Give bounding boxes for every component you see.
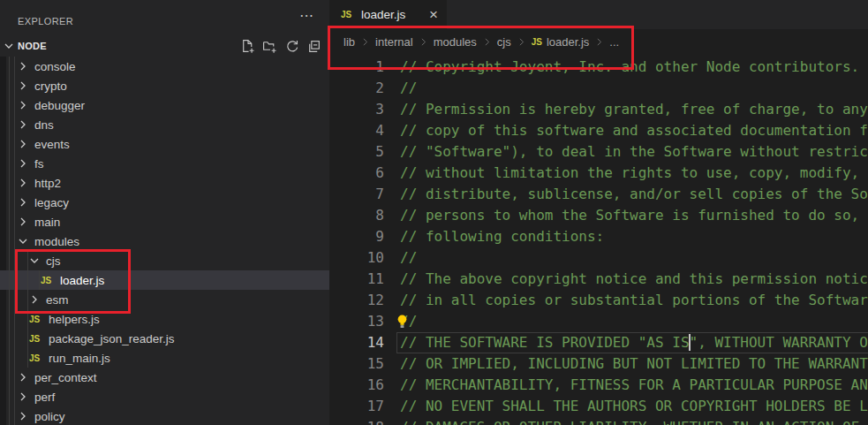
line-text: // without limitation the rights to use,… <box>400 163 868 184</box>
line-number: 5 <box>329 141 384 163</box>
code-editor[interactable]: 1 // Copyright Joyent, Inc. and other No… <box>329 57 868 425</box>
tree-item-debugger[interactable]: debugger <box>0 95 329 115</box>
chevron-right-icon <box>418 36 429 48</box>
line-number: 12 <box>329 290 384 311</box>
line-text: // The above copyright notice and this p… <box>400 269 868 290</box>
tree-item-main[interactable]: main <box>0 212 329 231</box>
tree-item-label: fs <box>34 157 44 171</box>
new-file-button[interactable] <box>240 38 256 54</box>
tree-item-helpers-js[interactable]: JS helpers.js <box>0 309 329 329</box>
chevron-right-icon <box>16 118 30 132</box>
tree-item-modules[interactable]: modules <box>0 231 329 251</box>
tree-item-crypto[interactable]: crypto <box>0 76 329 95</box>
tree-item-http2[interactable]: http2 <box>0 173 329 193</box>
tree-item-label: package_json_reader.js <box>49 332 175 345</box>
tree-item-legacy[interactable]: legacy <box>0 193 329 212</box>
chevron-right-icon <box>481 36 493 48</box>
chevron-right-icon <box>359 36 371 48</box>
explorer-sidebar: EXPLORER ⋯ NODE <box>0 0 329 425</box>
line-number: 2 <box>329 78 384 99</box>
line-text: // persons to whom the Software is furni… <box>400 205 868 226</box>
line-number: 17 <box>329 396 384 417</box>
line-text: // <box>400 78 417 99</box>
explorer-title: EXPLORER <box>18 16 73 27</box>
new-folder-button[interactable] <box>262 38 278 54</box>
indent-guide <box>9 57 10 425</box>
tree-item-console[interactable]: console <box>0 57 329 76</box>
chevron-right-icon <box>16 176 30 190</box>
tree-item-perf[interactable]: perf <box>0 387 329 406</box>
new-folder-icon <box>262 39 277 54</box>
explorer-header: EXPLORER ⋯ <box>0 0 329 35</box>
line-number: 4 <box>329 120 384 141</box>
tree-item-label: dns <box>34 118 54 132</box>
breadcrumb-item-loader-js[interactable]: loader.js <box>547 35 589 49</box>
breadcrumb: lib internal modules cjs JS loader.js ..… <box>329 29 868 55</box>
tree-item-dns[interactable]: dns <box>0 115 329 134</box>
tree-item-fs[interactable]: fs <box>0 154 329 173</box>
js-file-icon: JS <box>532 37 542 47</box>
line-text: // OR IMPLIED, INCLUDING BUT NOT LIMITED… <box>400 353 868 375</box>
tree-item-label: crypto <box>34 80 67 93</box>
breadcrumb-item-internal[interactable]: internal <box>375 35 413 49</box>
code-line: 15 // OR IMPLIED, INCLUDING BUT NOT LIMI… <box>329 353 868 375</box>
tree-item-label: esm <box>46 293 69 307</box>
tree-item-cjs[interactable]: cjs <box>0 251 329 270</box>
more-actions-icon[interactable]: ⋯ <box>299 9 313 23</box>
js-file-icon: JS <box>29 353 44 363</box>
breadcrumb-item-modules[interactable]: modules <box>434 35 477 49</box>
tree-item-esm[interactable]: esm <box>0 290 329 309</box>
chevron-right-icon <box>16 215 30 229</box>
chevron-right-icon <box>16 156 30 171</box>
chevron-right-icon <box>16 79 30 93</box>
breadcrumb-item-cjs[interactable]: cjs <box>497 35 511 49</box>
code-line: 13 // <box>329 311 868 332</box>
tab-label: loader.js <box>361 8 405 21</box>
section-header-node[interactable]: NODE <box>0 35 329 57</box>
breadcrumb-item-lib[interactable]: lib <box>343 35 355 49</box>
tree-item-policy[interactable]: policy <box>0 406 329 425</box>
line-text: // copy of this software and associated … <box>400 120 868 141</box>
file-tree: console crypto debugger dns events fs ht… <box>0 57 329 425</box>
code-line: 9 // following conditions: <box>329 226 868 247</box>
tree-item-label: policy <box>34 410 65 423</box>
line-number: 10 <box>329 247 384 269</box>
chevron-right-icon <box>16 59 30 73</box>
line-text-after-cursor: ", WITHOUT WARRANTY OF ANY KIND, EXPRESS <box>690 334 868 351</box>
collapse-all-button[interactable] <box>306 38 322 54</box>
tree-item-package-json-reader-js[interactable]: JS package_json_reader.js <box>0 329 329 348</box>
line-text: // in all copies or substantial portions… <box>400 290 868 311</box>
lightbulb-icon[interactable] <box>395 314 410 330</box>
refresh-icon <box>284 39 299 54</box>
section-actions <box>240 38 322 54</box>
refresh-button[interactable] <box>284 38 300 54</box>
code-line: 8 // persons to whom the Software is fur… <box>329 205 868 226</box>
close-icon[interactable]: × <box>429 8 438 22</box>
chevron-down-icon <box>27 254 42 268</box>
line-number: 1 <box>329 57 384 78</box>
tree-item-run-main-js[interactable]: JS run_main.js <box>0 348 329 368</box>
tree-item-per-context[interactable]: per_context <box>0 368 329 387</box>
code-line: 5 // "Software"), to deal in the Softwar… <box>329 141 868 163</box>
tab-bar: JS loader.js × <box>329 0 868 29</box>
js-file-icon: JS <box>341 10 356 19</box>
tree-item-loader-js[interactable]: JS loader.js <box>0 270 329 290</box>
chevron-right-icon <box>593 36 605 48</box>
line-text: // Copyright Joyent, Inc. and other Node… <box>400 57 859 78</box>
line-text: // DAMAGES OR OTHER LIABILITY, WHETHER I… <box>400 417 868 425</box>
new-file-icon <box>240 39 255 54</box>
code-line: 12 // in all copies or substantial porti… <box>329 290 868 311</box>
tab-loader-js[interactable]: JS loader.js × <box>329 0 447 29</box>
tree-item-events[interactable]: events <box>0 134 329 154</box>
chevron-right-icon <box>16 137 30 151</box>
line-number: 6 <box>329 163 384 184</box>
breadcrumb-item-symbols[interactable]: ... <box>609 35 619 49</box>
line-text: // following conditions: <box>400 226 604 247</box>
code-line: 6 // without limitation the rights to us… <box>329 163 868 184</box>
code-line: 17 // NO EVENT SHALL THE AUTHORS OR COPY… <box>329 396 868 417</box>
js-file-icon: JS <box>41 276 56 285</box>
indent-guide <box>39 270 40 290</box>
code-line: 18 // DAMAGES OR OTHER LIABILITY, WHETHE… <box>329 417 868 425</box>
line-number: 16 <box>329 375 384 396</box>
editor-group: JS loader.js × lib internal modules cjs … <box>329 0 868 425</box>
